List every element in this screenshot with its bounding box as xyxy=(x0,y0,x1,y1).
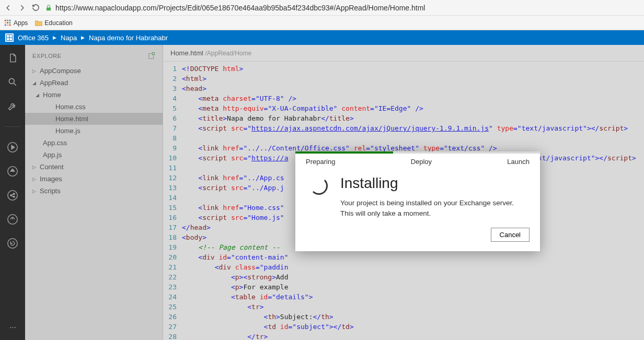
apps-shortcut[interactable]: Apps xyxy=(4,19,28,27)
tree-appcompose[interactable]: ▷AppCompose xyxy=(25,65,163,77)
crumb-napa[interactable]: Napa xyxy=(61,34,77,42)
cancel-button[interactable]: Cancel xyxy=(491,228,530,242)
folder-icon xyxy=(35,20,42,26)
wrench-icon[interactable] xyxy=(7,100,18,112)
svg-rect-13 xyxy=(7,38,9,41)
lock-icon xyxy=(45,4,52,11)
explorer-title-row: EXPLORE xyxy=(25,50,163,65)
step-preparing: Preparing xyxy=(306,158,335,166)
editor-tab[interactable]: Home.html /AppRead/Home xyxy=(163,45,644,62)
tree-home-html[interactable]: Home.html xyxy=(25,113,163,125)
tree-home-js[interactable]: Home.js xyxy=(25,125,163,137)
apps-icon xyxy=(4,19,12,27)
svg-point-15 xyxy=(9,78,14,84)
search-icon[interactable] xyxy=(7,76,18,88)
education-bookmark[interactable]: Education xyxy=(35,19,72,27)
activity-bar: ⋯ xyxy=(0,45,25,340)
svg-rect-0 xyxy=(47,7,51,10)
chevron-right-icon: ▶ xyxy=(53,35,56,40)
office-header: Office 365 ▶ Napa ▶ Napa demo for Habrah… xyxy=(0,30,644,45)
tree-scripts[interactable]: ▷Scripts xyxy=(25,185,163,197)
retry-icon[interactable] xyxy=(7,166,18,177)
apps-label: Apps xyxy=(14,19,28,27)
browser-toolbar: https://www.napacloudapp.com/Projects/Ed… xyxy=(0,0,644,16)
history-icon[interactable] xyxy=(7,238,18,249)
crumb-project[interactable]: Napa demo for Habrahabr xyxy=(89,34,168,42)
tree-content[interactable]: ▷Content xyxy=(25,161,163,173)
install-dialog: Preparing Deploy Launch Installing Your … xyxy=(295,151,540,251)
step-deploy: Deploy xyxy=(411,158,432,166)
url-text: https://www.napacloudapp.com/Projects/Ed… xyxy=(55,4,425,12)
svg-rect-2 xyxy=(7,19,8,21)
forward-button[interactable] xyxy=(18,4,26,12)
svg-rect-4 xyxy=(5,22,6,24)
svg-rect-12 xyxy=(10,35,13,38)
education-label: Education xyxy=(44,19,72,27)
new-file-icon[interactable] xyxy=(148,52,155,60)
svg-rect-14 xyxy=(10,38,13,41)
svg-rect-7 xyxy=(5,24,6,26)
file-tree: ▷AppCompose ◢AppRead ◢Home Home.css Home… xyxy=(25,65,163,197)
reload-button[interactable] xyxy=(31,4,40,12)
tree-home-css[interactable]: Home.css xyxy=(25,101,163,113)
modal-text-1: Your project is being installed on your … xyxy=(340,198,514,208)
back-button[interactable] xyxy=(4,4,13,12)
tree-app-css[interactable]: App.css xyxy=(25,137,163,149)
svg-rect-11 xyxy=(7,35,9,38)
address-bar[interactable]: https://www.napacloudapp.com/Projects/Ed… xyxy=(45,4,640,12)
tab-filename: Home.html xyxy=(170,49,203,57)
explorer-title: EXPLORE xyxy=(32,53,61,59)
share-icon[interactable] xyxy=(7,190,18,201)
svg-rect-5 xyxy=(7,22,8,24)
separator xyxy=(5,126,20,127)
brand-label[interactable]: Office 365 xyxy=(18,34,49,42)
chevron-right-icon: ▶ xyxy=(81,35,85,40)
spinner-icon xyxy=(310,177,328,195)
svg-rect-9 xyxy=(9,24,11,26)
svg-rect-6 xyxy=(9,22,11,24)
modal-title: Installing xyxy=(340,175,514,192)
office-logo-icon xyxy=(5,33,14,42)
modal-text-2: This will only take a moment. xyxy=(340,208,514,219)
publish-icon[interactable] xyxy=(7,214,18,225)
svg-rect-3 xyxy=(9,19,11,21)
svg-point-18 xyxy=(8,191,17,200)
tree-app-js[interactable]: App.js xyxy=(25,149,163,161)
svg-rect-1 xyxy=(5,19,6,21)
step-launch: Launch xyxy=(507,158,530,166)
tab-path: /AppRead/Home xyxy=(205,50,251,57)
more-icon[interactable]: ⋯ xyxy=(7,321,18,333)
bookmark-bar: Apps Education xyxy=(0,16,644,30)
explorer-sidebar: EXPLORE ▷AppCompose ◢AppRead ◢Home Home.… xyxy=(25,45,163,340)
tree-home[interactable]: ◢Home xyxy=(25,89,163,101)
progress-steps: Preparing Deploy Launch xyxy=(295,154,540,166)
tree-appread[interactable]: ◢AppRead xyxy=(25,77,163,89)
play-icon[interactable] xyxy=(7,142,18,153)
files-icon[interactable] xyxy=(7,52,18,64)
tree-images[interactable]: ▷Images xyxy=(25,173,163,185)
svg-rect-8 xyxy=(7,24,8,26)
